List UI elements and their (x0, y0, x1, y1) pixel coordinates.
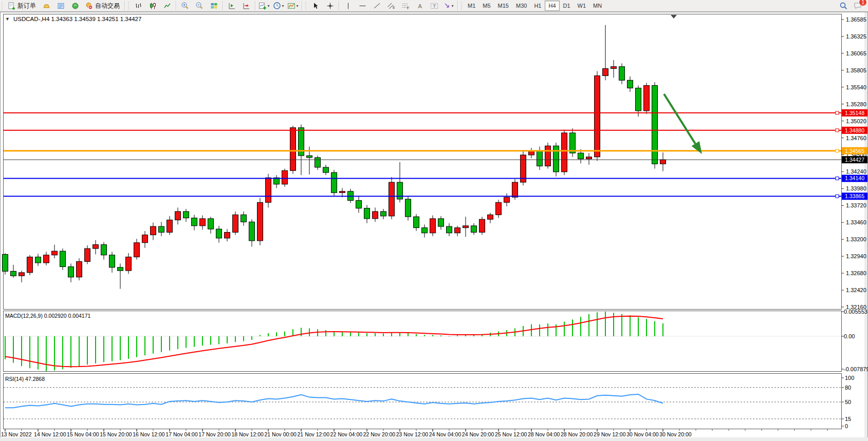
level-line-handle[interactable] (836, 177, 839, 180)
candle-body (603, 69, 608, 76)
candle-body (35, 257, 41, 263)
date-label: 14 Nov 12:00 (34, 431, 66, 437)
date-label: 21 Nov 00:00 (264, 431, 297, 437)
candle-body (200, 219, 206, 226)
candle-body (529, 151, 534, 155)
candle-body (611, 67, 617, 69)
candle-body (331, 172, 337, 193)
timeframe-M15[interactable]: M15 (494, 1, 512, 11)
candle-body (101, 245, 107, 255)
notification-count-badge: 1 (859, 0, 867, 6)
auto-scroll-button[interactable] (225, 0, 239, 11)
line-chart-button[interactable] (160, 0, 174, 11)
candle-body (323, 167, 329, 172)
algo-trading-button[interactable]: 自动交易 (82, 0, 123, 11)
candle-body (438, 219, 444, 226)
candle-body (512, 182, 518, 197)
templates-button[interactable]: ▾ (286, 0, 300, 11)
date-label: 23 Nov 12:00 (396, 431, 429, 437)
search-button[interactable] (836, 0, 851, 11)
tile-windows-button[interactable] (207, 0, 221, 11)
candle-body (19, 273, 25, 276)
text-label-button[interactable]: T (427, 0, 441, 11)
periods-button[interactable]: ▾ (271, 0, 286, 11)
candle-body (126, 257, 132, 271)
auto-scroll-icon (228, 2, 236, 10)
level-line-handle[interactable] (836, 195, 839, 198)
toolbar-right-tools: 1 (836, 0, 865, 11)
line-chart-icon (163, 2, 171, 10)
candle-body (586, 157, 592, 159)
chart-title-ohlc: USDCAD-,H4 1.34363 1.34539 1.34251 1.344… (13, 16, 141, 22)
candle-body (142, 235, 148, 243)
gold-ingot-icon (43, 2, 50, 10)
signals-button[interactable] (68, 0, 82, 11)
arrows-button[interactable]: ▾ (441, 0, 456, 11)
timeframe-W1[interactable]: W1 (574, 1, 590, 11)
candle-body (389, 182, 395, 216)
candle-body (315, 158, 321, 167)
notifications-button[interactable]: 1 (851, 0, 865, 11)
vertical-line-button[interactable] (341, 0, 355, 11)
candle-body (44, 255, 49, 263)
market-watch-button[interactable] (53, 0, 68, 11)
toolbar-grip[interactable] (127, 2, 130, 10)
candlestick-chart-button[interactable] (145, 0, 160, 11)
usdcad-h4-chart[interactable]: 1.365851.363251.360651.358051.355401.352… (0, 12, 868, 441)
candle-body (373, 212, 378, 219)
price-tick-label: 1.32680 (846, 270, 866, 276)
timeframe-MN[interactable]: MN (589, 1, 605, 11)
toolbar-grip[interactable] (460, 2, 463, 10)
timeframe-H4[interactable]: H4 (545, 1, 559, 11)
symbol-dropdown-toggle[interactable]: ▼ (5, 16, 10, 22)
crosshair-icon (326, 2, 334, 10)
cursor-button[interactable] (308, 0, 323, 11)
fibonacci-icon: F (401, 2, 410, 10)
price-tick-label: 1.34760 (846, 135, 866, 141)
current-price-badge: 1.34427 (845, 157, 864, 163)
trendline-button[interactable] (370, 0, 384, 11)
candle-body (488, 215, 493, 219)
trendline-icon (373, 2, 381, 10)
candle-body (60, 251, 66, 266)
candle-body (479, 219, 485, 232)
algo-trading-icon (85, 2, 93, 10)
level-line-handle[interactable] (836, 149, 839, 152)
date-label: 24 Nov 04:00 (429, 431, 461, 437)
level-line-handle[interactable] (836, 129, 839, 132)
candle-body (109, 255, 115, 267)
timeframe-M1[interactable]: M1 (464, 1, 479, 11)
level-line-handle[interactable] (836, 111, 839, 114)
timeframe-D1[interactable]: D1 (560, 1, 574, 11)
equidistant-channel-button[interactable]: E (384, 0, 398, 11)
new-order-button[interactable]: 新订单 (5, 0, 39, 11)
gold-ingot-button[interactable] (39, 0, 53, 11)
level-price-badge: 1.34880 (845, 127, 864, 133)
bar-chart-button[interactable] (131, 0, 145, 11)
zoom-in-button[interactable] (178, 0, 192, 11)
equidistant-channel-icon: E (387, 2, 395, 10)
window-edge-strip (864, 12, 867, 440)
toolbar-separator (223, 1, 223, 10)
bar-chart-icon (135, 2, 142, 10)
crosshair-button[interactable] (323, 0, 337, 11)
timeframe-H1[interactable]: H1 (530, 1, 545, 11)
zoom-out-button[interactable] (192, 0, 207, 11)
date-label: 30 Nov 04:00 (626, 431, 659, 437)
timeframe-M30[interactable]: M30 (512, 1, 530, 11)
svg-text:A: A (418, 3, 422, 9)
fibonacci-button[interactable]: F (398, 0, 413, 11)
add-indicator-button[interactable]: ▾ (257, 0, 271, 11)
candle-body (192, 218, 197, 226)
toolbar-grip[interactable] (1, 2, 4, 10)
chart-shift-button[interactable] (239, 0, 253, 11)
timeframe-M5[interactable]: M5 (479, 1, 494, 11)
price-tick-label: 1.33460 (846, 219, 866, 225)
search-icon (839, 2, 848, 10)
toolbar-grip[interactable] (305, 2, 307, 10)
candlestick-chart-icon (149, 2, 157, 10)
toolbar-separator (124, 1, 125, 10)
horizontal-line-button[interactable] (355, 0, 370, 11)
text-button[interactable]: A (413, 0, 427, 11)
chart-area[interactable]: 1.365851.363251.360651.358051.355401.352… (0, 12, 868, 441)
